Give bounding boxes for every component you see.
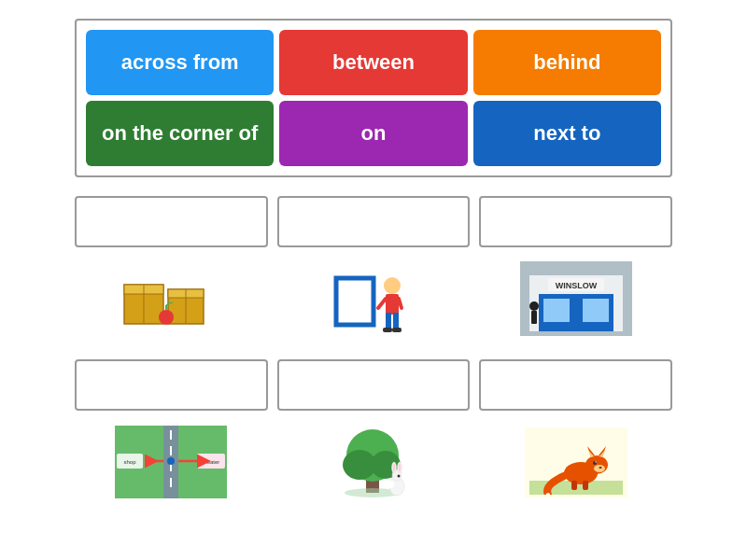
tile-behind[interactable]: behind bbox=[473, 30, 661, 95]
svg-line-13 bbox=[378, 299, 386, 308]
drop-zone-1-3[interactable] bbox=[479, 196, 672, 247]
tile-on[interactable]: on bbox=[279, 101, 467, 166]
tree-rabbit-svg bbox=[327, 423, 420, 502]
main-container: across from between behind on the corner… bbox=[0, 0, 747, 532]
svg-point-38 bbox=[167, 457, 175, 465]
tile-across-from[interactable]: across from bbox=[86, 30, 274, 95]
image-row-1: WINSLOW bbox=[75, 257, 672, 341]
svg-point-49 bbox=[399, 463, 401, 471]
svg-line-14 bbox=[399, 299, 402, 308]
svg-point-50 bbox=[397, 474, 400, 477]
tiles-grid: across from between behind on the corner… bbox=[75, 19, 672, 177]
svg-rect-31 bbox=[170, 478, 172, 487]
drop-row-1 bbox=[75, 196, 672, 247]
svg-rect-25 bbox=[531, 311, 537, 324]
drop-zone-1-1[interactable] bbox=[75, 196, 268, 247]
svg-rect-21 bbox=[583, 299, 609, 322]
street-map-svg: shop theater bbox=[115, 426, 227, 498]
svg-text:theater: theater bbox=[203, 459, 220, 465]
tile-next-to[interactable]: next to bbox=[473, 101, 661, 166]
drop-zone-2-2[interactable] bbox=[277, 359, 471, 411]
svg-point-24 bbox=[529, 301, 539, 311]
svg-point-51 bbox=[387, 481, 394, 488]
svg-rect-63 bbox=[571, 481, 577, 490]
svg-rect-20 bbox=[543, 299, 570, 322]
person-gate-svg bbox=[327, 259, 420, 339]
svg-point-61 bbox=[595, 461, 596, 462]
svg-point-48 bbox=[393, 463, 395, 471]
drop-zone-1-2[interactable] bbox=[277, 196, 471, 247]
svg-rect-15 bbox=[383, 328, 392, 332]
svg-rect-11 bbox=[386, 313, 391, 329]
svg-rect-12 bbox=[393, 313, 399, 329]
image-row-2: shop theater bbox=[75, 420, 672, 504]
image-street-map: shop theater bbox=[75, 420, 268, 504]
drop-zone-2-1[interactable] bbox=[75, 359, 268, 411]
svg-point-59 bbox=[594, 465, 605, 472]
fox-bg bbox=[525, 427, 627, 497]
fox-svg bbox=[529, 429, 623, 495]
svg-text:WINSLOW: WINSLOW bbox=[555, 281, 597, 290]
tile-on-the-corner-of[interactable]: on the corner of bbox=[86, 101, 274, 166]
svg-rect-64 bbox=[583, 481, 588, 490]
svg-rect-10 bbox=[386, 294, 399, 315]
svg-point-6 bbox=[159, 310, 174, 325]
winslow-store-svg: WINSLOW bbox=[520, 261, 632, 336]
image-boxes-apple bbox=[75, 257, 268, 341]
svg-rect-29 bbox=[170, 446, 172, 455]
boxes-apple-svg bbox=[120, 261, 222, 336]
svg-text:shop: shop bbox=[124, 459, 137, 465]
image-winslow-store: WINSLOW bbox=[479, 257, 672, 341]
svg-point-62 bbox=[599, 467, 601, 469]
svg-point-9 bbox=[384, 277, 401, 294]
drop-row-2 bbox=[75, 359, 672, 411]
drop-zone-2-3[interactable] bbox=[479, 359, 672, 411]
image-fox bbox=[479, 420, 672, 504]
image-person-gate bbox=[277, 257, 471, 341]
image-tree-rabbit bbox=[277, 420, 471, 504]
tile-between[interactable]: between bbox=[279, 30, 467, 95]
svg-rect-16 bbox=[392, 328, 402, 332]
drop-rows: WINSLOW bbox=[75, 196, 672, 513]
svg-rect-28 bbox=[170, 430, 172, 440]
svg-rect-8 bbox=[336, 278, 374, 325]
